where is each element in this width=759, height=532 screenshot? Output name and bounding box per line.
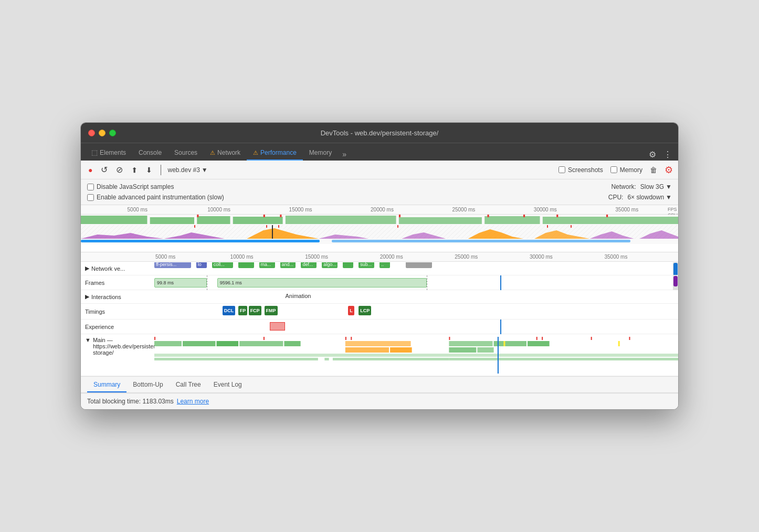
record-button[interactable]: ● <box>86 165 94 175</box>
memory-checkbox[interactable] <box>610 166 617 173</box>
svg-rect-28 <box>263 337 265 340</box>
more-options-button[interactable]: ⋮ <box>661 148 674 161</box>
enable-paint-checkbox[interactable] <box>87 194 94 201</box>
network-bar-11: .. <box>380 262 390 268</box>
disable-js-samples-group[interactable]: Disable JavaScript samples <box>87 183 174 190</box>
more-tabs-button[interactable]: » <box>338 148 351 161</box>
svg-rect-5 <box>399 217 482 224</box>
experience-label-text: Experience <box>85 324 114 330</box>
tick-5000: 5000 ms <box>97 207 178 212</box>
profile-selector[interactable]: web.dev #3 ▼ <box>167 166 207 174</box>
disable-js-samples-label: Disable JavaScript samples <box>97 183 174 190</box>
network-dropdown-icon: ▼ <box>666 183 672 190</box>
time-ruler-main: 5000 ms 10000 ms 15000 ms 20000 ms 25000… <box>81 252 678 262</box>
tab-elements[interactable]: ⬚ Elements <box>85 145 132 161</box>
network-track-content[interactable]: ff-persis... lo coll... ma... and... def… <box>154 262 678 275</box>
tick-20000: 20000 ms <box>341 207 423 212</box>
svg-rect-43 <box>390 347 412 353</box>
download-button[interactable]: ⬇ <box>144 165 154 175</box>
svg-rect-39 <box>239 341 283 346</box>
frames-track-content[interactable]: 99.8 ms 9596.1 ms <box>154 275 678 290</box>
timeline-scrollbar-thumb[interactable] <box>673 263 678 275</box>
settings-button[interactable]: ⚙ <box>647 148 658 161</box>
svg-rect-8 <box>197 215 198 217</box>
tab-bottom-up[interactable]: Bottom-Up <box>126 378 169 392</box>
settings-gear-button[interactable]: ⚙ <box>665 164 673 176</box>
interactions-track-label[interactable]: ▶ Interactions <box>81 290 154 303</box>
tick-25000: 25000 ms <box>423 207 504 212</box>
cpu-value: 6× slowdown <box>627 194 664 201</box>
screenshots-checkbox-group[interactable]: Screenshots <box>558 166 603 174</box>
tick-30000: 30000 ms <box>504 207 586 212</box>
tick-35000: 35000 ms <box>586 207 668 212</box>
options-row-2: Enable advanced paint instrumentation (s… <box>87 192 672 203</box>
reload-record-button[interactable]: ↺ <box>99 164 110 176</box>
svg-rect-11 <box>399 215 400 217</box>
tab-summary[interactable]: Summary <box>87 378 126 392</box>
network-track-label[interactable]: ▶ Network ve... <box>81 262 154 275</box>
trash-button[interactable]: 🗑 <box>650 166 657 174</box>
network-bar-5: ma... <box>259 262 275 268</box>
learn-more-link[interactable]: Learn more <box>177 398 209 405</box>
interactions-expand-icon: ▶ <box>85 293 89 300</box>
cpu-dropdown[interactable]: 6× slowdown ▼ <box>627 194 672 201</box>
net-track <box>81 239 678 244</box>
svg-rect-7 <box>543 217 678 224</box>
main-track-label: ▼ Main — https://web.dev/persistent-stor… <box>81 334 154 376</box>
frames-scrollbar[interactable] <box>673 275 678 290</box>
tab-call-tree[interactable]: Call Tree <box>170 378 207 392</box>
screenshots-checkbox[interactable] <box>558 166 565 173</box>
frames-scrollbar-thumb[interactable] <box>673 276 678 286</box>
timeline-scrollbar[interactable] <box>673 262 678 275</box>
svg-rect-13 <box>523 215 525 217</box>
svg-rect-56 <box>333 358 449 360</box>
disable-js-samples-checkbox[interactable] <box>87 184 94 190</box>
svg-rect-54 <box>324 358 329 360</box>
frames-bar-1: 99.8 ms <box>154 278 207 288</box>
tick-10000: 10000 ms <box>178 207 259 212</box>
tab-performance[interactable]: ⚠ Performance <box>247 146 303 161</box>
maximize-button[interactable] <box>109 130 116 136</box>
tab-memory-label: Memory <box>309 149 332 156</box>
cpu-dropdown-icon: ▼ <box>666 194 672 201</box>
network-dropdown[interactable]: Slow 3G ▼ <box>640 183 672 190</box>
close-button[interactable] <box>88 130 95 136</box>
tab-memory[interactable]: Memory <box>303 146 338 161</box>
timeline-overview[interactable]: 5000 ms 10000 ms 15000 ms 20000 ms 25000… <box>81 205 678 252</box>
main-track-row: ▼ Main — https://web.dev/persistent-stor… <box>81 334 678 376</box>
svg-rect-41 <box>345 341 411 346</box>
interactions-track-content[interactable]: Animation <box>154 290 678 304</box>
network-value: Slow 3G <box>640 183 664 190</box>
interactions-track-row: ▶ Interactions Animation <box>81 290 678 304</box>
total-blocking-time-text: Total blocking time: 1183.03ms <box>87 398 174 405</box>
warn-icon-network: ⚠ <box>210 150 215 156</box>
main-timeline[interactable]: 5000 ms 10000 ms 15000 ms 20000 ms 25000… <box>81 252 678 377</box>
svg-rect-32 <box>536 337 537 340</box>
enable-paint-group[interactable]: Enable advanced paint instrumentation (s… <box>87 194 224 201</box>
tab-sources-label: Sources <box>174 149 197 156</box>
timings-track-content[interactable]: DCL FP FCP FMP L LCP <box>154 304 678 320</box>
tab-bar: ⬚ Elements Console Sources ⚠ Network ⚠ P… <box>81 143 678 161</box>
tab-sources[interactable]: Sources <box>168 146 204 161</box>
network-bar-8: algo... <box>322 262 338 268</box>
tab-performance-label: Performance <box>260 149 297 156</box>
tab-network[interactable]: ⚠ Network <box>204 146 247 161</box>
experience-bar <box>270 322 286 331</box>
title-bar: DevTools - web.dev/persistent-storage/ <box>81 123 678 143</box>
traffic-lights <box>88 130 116 136</box>
enable-paint-label: Enable advanced paint instrumentation (s… <box>97 194 224 201</box>
experience-track-content[interactable] <box>154 320 678 334</box>
tab-event-log[interactable]: Event Log <box>207 378 248 392</box>
cpu-label: CPU: <box>608 194 624 201</box>
clear-button[interactable]: ⊘ <box>114 164 125 176</box>
main-track-content[interactable] <box>154 337 678 374</box>
svg-rect-0 <box>81 216 147 224</box>
fps-track <box>81 215 678 225</box>
summary-tab-label: Summary <box>93 381 120 388</box>
upload-button[interactable]: ⬇ <box>129 165 140 175</box>
tab-console[interactable]: Console <box>132 146 168 161</box>
minimize-button[interactable] <box>99 130 106 136</box>
memory-checkbox-group[interactable]: Memory <box>610 166 642 174</box>
interactions-label-text: Interactions <box>91 294 121 300</box>
tab-elements-label: Elements <box>100 149 126 156</box>
